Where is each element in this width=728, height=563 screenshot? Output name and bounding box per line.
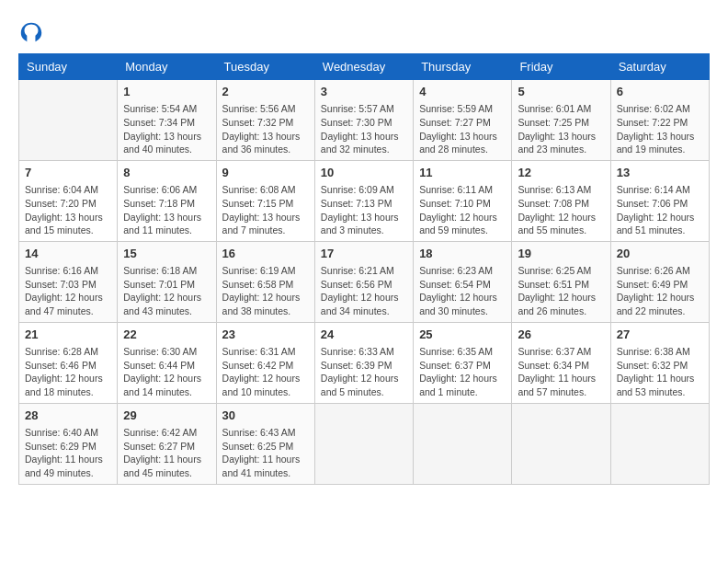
page-header — [18, 18, 710, 44]
day-info: Sunrise: 6:42 AM Sunset: 6:27 PM Dayligh… — [123, 426, 210, 480]
header-wednesday: Wednesday — [314, 54, 413, 80]
day-info: Sunrise: 6:30 AM Sunset: 6:44 PM Dayligh… — [123, 345, 210, 399]
day-info: Sunrise: 6:02 AM Sunset: 7:22 PM Dayligh… — [617, 102, 703, 156]
day-number: 21 — [25, 327, 111, 343]
day-info: Sunrise: 6:09 AM Sunset: 7:13 PM Dayligh… — [321, 183, 407, 237]
day-number: 25 — [419, 327, 506, 343]
calendar-cell: 20Sunrise: 6:26 AM Sunset: 6:49 PM Dayli… — [610, 241, 709, 322]
calendar-cell: 19Sunrise: 6:25 AM Sunset: 6:51 PM Dayli… — [512, 241, 610, 322]
calendar-cell: 21Sunrise: 6:28 AM Sunset: 6:46 PM Dayli… — [19, 322, 118, 403]
day-number: 19 — [518, 246, 604, 262]
calendar-cell: 28Sunrise: 6:40 AM Sunset: 6:29 PM Dayli… — [19, 403, 118, 484]
calendar-week-2: 7Sunrise: 6:04 AM Sunset: 7:20 PM Daylig… — [19, 160, 710, 241]
day-number: 23 — [222, 327, 309, 343]
calendar-cell — [610, 403, 709, 484]
header-saturday: Saturday — [610, 54, 709, 80]
calendar-cell: 1Sunrise: 5:54 AM Sunset: 7:34 PM Daylig… — [118, 80, 216, 161]
day-info: Sunrise: 6:18 AM Sunset: 7:01 PM Dayligh… — [123, 264, 210, 318]
day-number: 20 — [617, 246, 703, 262]
calendar-cell: 29Sunrise: 6:42 AM Sunset: 6:27 PM Dayli… — [118, 403, 216, 484]
calendar-cell: 25Sunrise: 6:35 AM Sunset: 6:37 PM Dayli… — [414, 322, 512, 403]
day-number: 11 — [419, 165, 506, 181]
day-info: Sunrise: 6:16 AM Sunset: 7:03 PM Dayligh… — [25, 264, 111, 318]
day-info: Sunrise: 6:13 AM Sunset: 7:08 PM Dayligh… — [518, 183, 604, 237]
header-friday: Friday — [512, 54, 610, 80]
calendar-week-4: 21Sunrise: 6:28 AM Sunset: 6:46 PM Dayli… — [19, 322, 710, 403]
calendar-cell: 9Sunrise: 6:08 AM Sunset: 7:15 PM Daylig… — [216, 160, 314, 241]
day-number: 29 — [123, 408, 210, 424]
day-number: 5 — [518, 84, 604, 100]
day-number: 4 — [419, 84, 506, 100]
calendar-week-5: 28Sunrise: 6:40 AM Sunset: 6:29 PM Dayli… — [19, 403, 710, 484]
calendar-header: Sunday Monday Tuesday Wednesday Thursday… — [19, 54, 710, 80]
calendar-cell — [19, 80, 118, 161]
day-info: Sunrise: 5:54 AM Sunset: 7:34 PM Dayligh… — [123, 102, 210, 156]
header-tuesday: Tuesday — [216, 54, 314, 80]
calendar-cell: 7Sunrise: 6:04 AM Sunset: 7:20 PM Daylig… — [19, 160, 118, 241]
calendar-cell: 6Sunrise: 6:02 AM Sunset: 7:22 PM Daylig… — [610, 80, 709, 161]
day-info: Sunrise: 6:14 AM Sunset: 7:06 PM Dayligh… — [617, 183, 703, 237]
day-info: Sunrise: 5:56 AM Sunset: 7:32 PM Dayligh… — [222, 102, 309, 156]
day-info: Sunrise: 6:23 AM Sunset: 6:54 PM Dayligh… — [419, 264, 506, 318]
day-number: 22 — [123, 327, 210, 343]
calendar-week-3: 14Sunrise: 6:16 AM Sunset: 7:03 PM Dayli… — [19, 241, 710, 322]
calendar-cell: 14Sunrise: 6:16 AM Sunset: 7:03 PM Dayli… — [19, 241, 118, 322]
calendar-cell: 22Sunrise: 6:30 AM Sunset: 6:44 PM Dayli… — [118, 322, 216, 403]
day-info: Sunrise: 5:59 AM Sunset: 7:27 PM Dayligh… — [419, 102, 506, 156]
calendar-cell — [314, 403, 413, 484]
calendar-cell: 13Sunrise: 6:14 AM Sunset: 7:06 PM Dayli… — [610, 160, 709, 241]
day-info: Sunrise: 5:57 AM Sunset: 7:30 PM Dayligh… — [321, 102, 407, 156]
header-row: Sunday Monday Tuesday Wednesday Thursday… — [19, 54, 710, 80]
day-info: Sunrise: 6:43 AM Sunset: 6:25 PM Dayligh… — [222, 426, 309, 480]
day-number: 8 — [123, 165, 210, 181]
day-info: Sunrise: 6:01 AM Sunset: 7:25 PM Dayligh… — [518, 102, 604, 156]
day-number: 15 — [123, 246, 210, 262]
day-info: Sunrise: 6:06 AM Sunset: 7:18 PM Dayligh… — [123, 183, 210, 237]
calendar-cell: 15Sunrise: 6:18 AM Sunset: 7:01 PM Dayli… — [118, 241, 216, 322]
calendar-cell: 8Sunrise: 6:06 AM Sunset: 7:18 PM Daylig… — [118, 160, 216, 241]
day-number: 10 — [321, 165, 407, 181]
calendar-cell — [414, 403, 512, 484]
day-number: 28 — [25, 408, 111, 424]
day-number: 6 — [617, 84, 703, 100]
day-info: Sunrise: 6:08 AM Sunset: 7:15 PM Dayligh… — [222, 183, 309, 237]
day-info: Sunrise: 6:21 AM Sunset: 6:56 PM Dayligh… — [321, 264, 407, 318]
calendar-cell: 11Sunrise: 6:11 AM Sunset: 7:10 PM Dayli… — [414, 160, 512, 241]
day-info: Sunrise: 6:33 AM Sunset: 6:39 PM Dayligh… — [321, 345, 407, 399]
day-number: 2 — [222, 84, 309, 100]
day-info: Sunrise: 6:26 AM Sunset: 6:49 PM Dayligh… — [617, 264, 703, 318]
day-info: Sunrise: 6:19 AM Sunset: 6:58 PM Dayligh… — [222, 264, 309, 318]
calendar-body: 1Sunrise: 5:54 AM Sunset: 7:34 PM Daylig… — [19, 80, 710, 485]
day-number: 27 — [617, 327, 703, 343]
header-thursday: Thursday — [414, 54, 512, 80]
day-number: 3 — [321, 84, 407, 100]
calendar-cell: 24Sunrise: 6:33 AM Sunset: 6:39 PM Dayli… — [314, 322, 413, 403]
day-number: 14 — [25, 246, 111, 262]
calendar-table: Sunday Monday Tuesday Wednesday Thursday… — [18, 53, 710, 485]
logo — [18, 18, 48, 44]
calendar-cell: 12Sunrise: 6:13 AM Sunset: 7:08 PM Dayli… — [512, 160, 610, 241]
calendar-cell: 4Sunrise: 5:59 AM Sunset: 7:27 PM Daylig… — [414, 80, 512, 161]
header-sunday: Sunday — [19, 54, 118, 80]
calendar-cell: 30Sunrise: 6:43 AM Sunset: 6:25 PM Dayli… — [216, 403, 314, 484]
day-number: 18 — [419, 246, 506, 262]
calendar-cell: 3Sunrise: 5:57 AM Sunset: 7:30 PM Daylig… — [314, 80, 413, 161]
day-info: Sunrise: 6:40 AM Sunset: 6:29 PM Dayligh… — [25, 426, 111, 480]
day-info: Sunrise: 6:25 AM Sunset: 6:51 PM Dayligh… — [518, 264, 604, 318]
calendar-cell: 26Sunrise: 6:37 AM Sunset: 6:34 PM Dayli… — [512, 322, 610, 403]
day-number: 9 — [222, 165, 309, 181]
header-monday: Monday — [118, 54, 216, 80]
calendar-cell: 2Sunrise: 5:56 AM Sunset: 7:32 PM Daylig… — [216, 80, 314, 161]
day-number: 13 — [617, 165, 703, 181]
day-number: 12 — [518, 165, 604, 181]
day-number: 7 — [25, 165, 111, 181]
calendar-cell: 10Sunrise: 6:09 AM Sunset: 7:13 PM Dayli… — [314, 160, 413, 241]
calendar-cell: 16Sunrise: 6:19 AM Sunset: 6:58 PM Dayli… — [216, 241, 314, 322]
calendar-cell: 17Sunrise: 6:21 AM Sunset: 6:56 PM Dayli… — [314, 241, 413, 322]
calendar-cell: 18Sunrise: 6:23 AM Sunset: 6:54 PM Dayli… — [414, 241, 512, 322]
day-number: 1 — [123, 84, 210, 100]
day-number: 24 — [321, 327, 407, 343]
day-number: 17 — [321, 246, 407, 262]
day-info: Sunrise: 6:37 AM Sunset: 6:34 PM Dayligh… — [518, 345, 604, 399]
calendar-week-1: 1Sunrise: 5:54 AM Sunset: 7:34 PM Daylig… — [19, 80, 710, 161]
